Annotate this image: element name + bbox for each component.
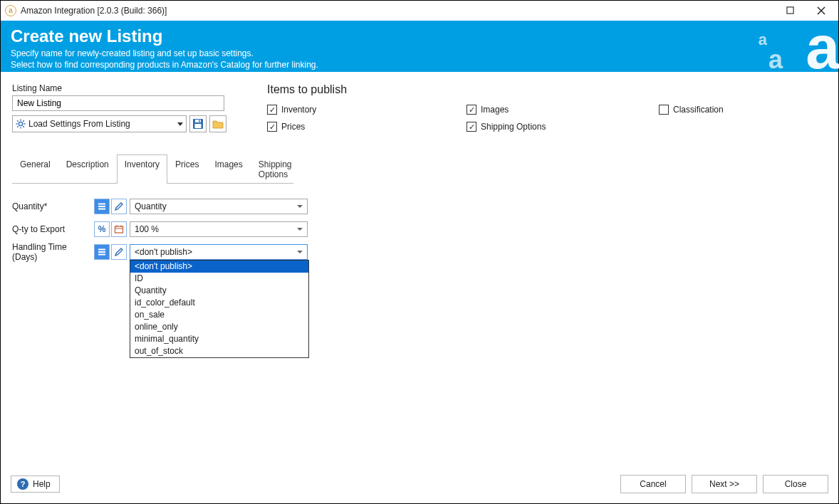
chevron-down-icon bbox=[297, 205, 303, 208]
chevron-down-icon bbox=[177, 122, 183, 126]
open-settings-button[interactable] bbox=[209, 115, 226, 132]
footer: ? Help Cancel Next >> Close bbox=[1, 468, 838, 503]
floppy-icon bbox=[192, 118, 204, 130]
svg-rect-15 bbox=[199, 120, 200, 122]
titlebar: a Amazon Integration [2.0.3 (Build: 366)… bbox=[1, 1, 838, 21]
dropdown-option[interactable]: <don't publish> bbox=[130, 261, 308, 273]
calendar-icon bbox=[114, 224, 124, 234]
checked-icon: ✓ bbox=[467, 105, 476, 115]
checked-icon: ✓ bbox=[267, 105, 277, 115]
quantity-list-button[interactable] bbox=[94, 199, 110, 214]
qty-export-label: Q-ty to Export bbox=[12, 224, 94, 234]
publish-shipping-checkbox[interactable]: ✓ Shipping Options bbox=[467, 122, 652, 132]
header-banner: Create new Listing Specify name for newl… bbox=[1, 21, 838, 72]
listing-name-label: Listing Name bbox=[12, 83, 240, 93]
tabs: General Description Inventory Prices Ima… bbox=[12, 154, 293, 184]
quantity-edit-button[interactable] bbox=[111, 199, 127, 214]
chevron-down-icon bbox=[297, 228, 303, 231]
folder-icon bbox=[212, 118, 224, 130]
load-settings-label: Load Settings From Listing bbox=[28, 119, 130, 129]
qty-export-percent-button[interactable]: % bbox=[94, 221, 110, 237]
svg-line-9 bbox=[23, 126, 24, 127]
dropdown-option[interactable]: out_of_stock bbox=[130, 345, 308, 357]
dropdown-option[interactable]: online_only bbox=[130, 321, 308, 333]
publish-images-checkbox[interactable]: ✓ Images bbox=[467, 105, 652, 115]
qty-export-value: 100 % bbox=[135, 224, 159, 234]
svg-line-8 bbox=[17, 120, 19, 122]
app-window: a Amazon Integration [2.0.3 (Build: 366)… bbox=[0, 0, 839, 504]
close-footer-button[interactable]: Close bbox=[763, 475, 828, 493]
app-icon: a bbox=[5, 5, 16, 16]
quantity-combo[interactable]: Quantity bbox=[130, 199, 308, 214]
page-title: Create new Listing bbox=[11, 26, 828, 46]
handling-time-row: Handling Time (Days) <don't publish> <do… bbox=[12, 243, 827, 261]
tab-prices[interactable]: Prices bbox=[167, 154, 207, 184]
tab-general[interactable]: General bbox=[12, 154, 58, 184]
qty-export-row: Q-ty to Export % 100 % bbox=[12, 221, 827, 238]
dropdown-option[interactable]: Quantity bbox=[130, 285, 308, 297]
dropdown-option[interactable]: on_sale bbox=[130, 309, 308, 321]
quantity-value: Quantity bbox=[135, 201, 167, 211]
page-description: Specify name for newly-created listing a… bbox=[11, 48, 828, 70]
dropdown-option[interactable]: minimal_quantity bbox=[130, 333, 308, 345]
help-label: Help bbox=[33, 479, 51, 489]
pencil-icon bbox=[114, 247, 124, 257]
publish-inventory-label: Inventory bbox=[281, 105, 316, 115]
publish-classification-label: Classification bbox=[673, 105, 724, 115]
svg-line-10 bbox=[23, 120, 24, 122]
handling-edit-button[interactable] bbox=[111, 244, 127, 260]
qty-export-combo[interactable]: 100 % bbox=[130, 221, 308, 237]
checked-icon: ✓ bbox=[267, 122, 277, 132]
handling-time-combo[interactable]: <don't publish> <don't publish> ID Quant… bbox=[130, 244, 308, 260]
dropdown-option[interactable]: id_color_default bbox=[130, 297, 308, 309]
tab-description[interactable]: Description bbox=[58, 154, 117, 184]
qty-export-schedule-button[interactable] bbox=[111, 221, 127, 237]
save-settings-button[interactable] bbox=[189, 115, 207, 132]
dropdown-option[interactable]: ID bbox=[130, 273, 308, 285]
publish-classification-checkbox[interactable]: Classification bbox=[659, 105, 801, 115]
decor-a-sm: a bbox=[768, 45, 783, 75]
decor-a-xs: a bbox=[759, 31, 767, 49]
publish-prices-checkbox[interactable]: ✓ Prices bbox=[267, 122, 459, 132]
publish-images-label: Images bbox=[481, 105, 509, 115]
tab-images[interactable]: Images bbox=[207, 154, 250, 184]
quantity-row: Quantity* Quantity bbox=[12, 198, 827, 215]
list-icon bbox=[97, 247, 107, 257]
svg-point-3 bbox=[19, 122, 22, 125]
svg-rect-14 bbox=[195, 124, 202, 128]
handling-time-label: Handling Time (Days) bbox=[12, 242, 94, 262]
cancel-button[interactable]: Cancel bbox=[620, 475, 686, 493]
svg-line-11 bbox=[17, 126, 19, 127]
listing-name-section: Listing Name Load Se bbox=[12, 83, 240, 132]
listing-name-input[interactable] bbox=[12, 95, 224, 111]
unchecked-icon bbox=[659, 105, 669, 115]
svg-rect-0 bbox=[786, 7, 793, 14]
svg-rect-13 bbox=[195, 120, 201, 122]
checked-icon: ✓ bbox=[467, 122, 476, 132]
handling-time-dropdown: <don't publish> ID Quantity id_color_def… bbox=[130, 260, 309, 358]
page-desc-line2: Select how to find corresponding product… bbox=[11, 59, 828, 70]
help-button[interactable]: ? Help bbox=[11, 476, 60, 493]
svg-rect-19 bbox=[115, 226, 123, 233]
maximize-button[interactable] bbox=[774, 1, 806, 21]
next-button[interactable]: Next >> bbox=[692, 475, 757, 493]
handling-list-button[interactable] bbox=[94, 244, 110, 260]
tab-inventory[interactable]: Inventory bbox=[117, 154, 167, 184]
quantity-label: Quantity* bbox=[12, 201, 94, 211]
tab-shipping[interactable]: Shipping Options bbox=[251, 154, 300, 184]
publish-shipping-label: Shipping Options bbox=[481, 122, 546, 132]
list-icon bbox=[97, 201, 107, 211]
publish-inventory-checkbox[interactable]: ✓ Inventory bbox=[267, 105, 459, 115]
handling-time-value: <don't publish> bbox=[135, 247, 192, 257]
items-to-publish-section: Items to publish ✓ Inventory ✓ Images Cl… bbox=[267, 83, 801, 132]
decor-a-lg: a bbox=[806, 16, 838, 78]
square-icon bbox=[786, 6, 794, 14]
gear-icon bbox=[16, 119, 26, 129]
window-title: Amazon Integration [2.0.3 (Build: 366)] bbox=[21, 6, 167, 16]
items-to-publish-heading: Items to publish bbox=[267, 83, 801, 96]
body: Listing Name Load Se bbox=[1, 72, 838, 468]
pencil-icon bbox=[114, 201, 124, 211]
load-settings-combo[interactable]: Load Settings From Listing bbox=[12, 115, 187, 132]
page-desc-line1: Specify name for newly-created listing a… bbox=[11, 48, 828, 59]
chevron-down-icon bbox=[297, 251, 303, 253]
